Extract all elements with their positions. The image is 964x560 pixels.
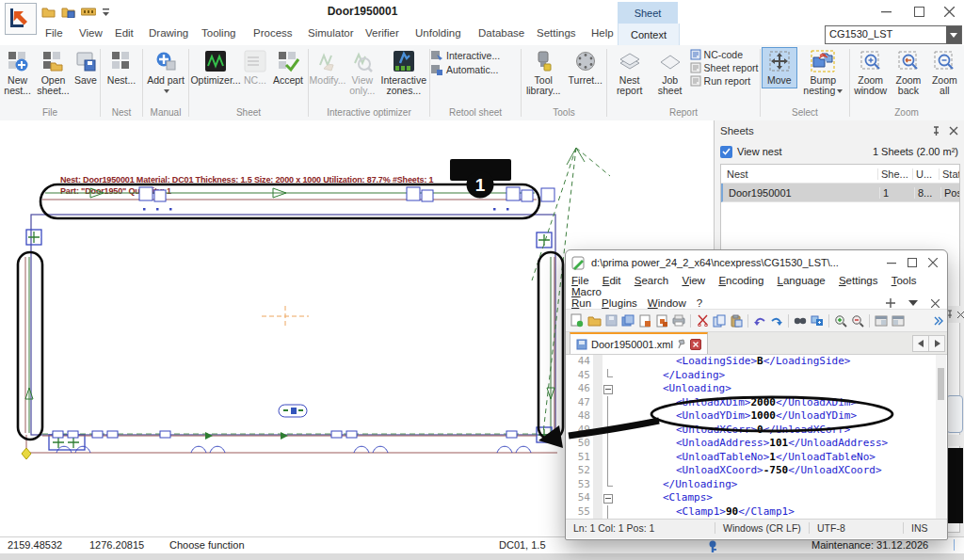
new-nest-button[interactable]: New nest... bbox=[1, 47, 34, 99]
zoom-window-button[interactable]: Zoom window bbox=[851, 47, 890, 99]
doc-switcher-icon[interactable] bbox=[874, 313, 889, 328]
notepad-window[interactable]: d:\prima power_24_2_x64\ncexpress\CG1530… bbox=[565, 249, 948, 540]
menu-window[interactable]: Window bbox=[648, 297, 686, 309]
tab-verifier[interactable]: Verifier bbox=[365, 27, 399, 39]
new-tab-plus-icon[interactable] bbox=[886, 298, 895, 308]
maximize-icon[interactable] bbox=[908, 258, 917, 267]
accept-button[interactable]: Accept bbox=[269, 47, 307, 88]
tab-help[interactable]: Help bbox=[591, 27, 614, 39]
menu-macro[interactable]: Macro bbox=[571, 286, 602, 297]
nest-report-button[interactable]: Nest report bbox=[609, 47, 651, 99]
run-report-button[interactable]: Run report bbox=[690, 75, 759, 87]
tab-file[interactable]: File bbox=[45, 27, 63, 39]
menu-search[interactable]: Search bbox=[635, 275, 668, 286]
print-icon[interactable] bbox=[671, 313, 686, 328]
redo-icon[interactable] bbox=[769, 313, 784, 328]
menu-tools[interactable]: Tools bbox=[892, 275, 917, 286]
minimize-button[interactable] bbox=[876, 4, 896, 20]
tab-close-icon[interactable] bbox=[690, 339, 701, 350]
table-row[interactable]: Door1950001 1 8... Postpro bbox=[721, 184, 959, 202]
minimize-icon[interactable] bbox=[887, 258, 896, 267]
tool-library-button[interactable]: Tool library... bbox=[522, 47, 564, 99]
tab-drawing[interactable]: Drawing bbox=[149, 27, 188, 39]
col-status[interactable]: Status bbox=[939, 168, 959, 180]
tab-database[interactable]: Database bbox=[478, 27, 524, 39]
app-logo-icon[interactable] bbox=[5, 3, 37, 35]
add-part-button[interactable]: Add part bbox=[144, 47, 187, 99]
menu-view[interactable]: View bbox=[682, 275, 705, 286]
tab-edit[interactable]: Edit bbox=[115, 27, 134, 39]
bump-nesting-button[interactable]: Bump nesting bbox=[798, 47, 848, 99]
view-nest-checkbox[interactable] bbox=[720, 146, 732, 158]
open-icon[interactable] bbox=[41, 6, 56, 18]
close-button[interactable] bbox=[939, 4, 959, 20]
optimizer-button[interactable]: Optimizer... bbox=[190, 47, 241, 88]
retool-automatic-button[interactable]: Automatic... bbox=[431, 63, 520, 75]
toolbar-overflow-chevron-icon[interactable] bbox=[934, 316, 943, 326]
menu-language[interactable]: Language bbox=[778, 275, 826, 286]
tab-list-caret-icon[interactable] bbox=[908, 299, 918, 307]
tab-settings[interactable]: Settings bbox=[537, 27, 576, 39]
zoom-back-button[interactable]: Zoom back bbox=[891, 47, 925, 99]
open-file-icon[interactable] bbox=[586, 313, 602, 328]
cut-icon[interactable] bbox=[695, 313, 710, 328]
tab-pin-icon[interactable] bbox=[677, 339, 686, 349]
combobox-dropdown-button[interactable] bbox=[946, 26, 961, 43]
fold-collapse-icon[interactable] bbox=[603, 494, 613, 504]
save-button[interactable]: Save bbox=[72, 47, 99, 88]
sheet-report-button[interactable]: Sheet report bbox=[690, 62, 759, 73]
scroll-tabs-right-button[interactable] bbox=[928, 336, 944, 351]
close-panel-icon[interactable] bbox=[949, 126, 958, 136]
col-nest[interactable]: Nest bbox=[721, 168, 877, 180]
retool-interactive-button[interactable]: Interactive... bbox=[431, 49, 520, 61]
menu-file[interactable]: File bbox=[571, 275, 589, 286]
tab-context[interactable]: Context bbox=[618, 24, 680, 45]
editor-scrollbar[interactable] bbox=[936, 355, 946, 519]
zoom-all-button[interactable]: Zoom all bbox=[927, 47, 962, 99]
move-button[interactable]: Move bbox=[762, 47, 797, 88]
menu-help[interactable]: ? bbox=[697, 297, 702, 309]
menu-encoding[interactable]: Encoding bbox=[718, 275, 763, 286]
machine-selector-combobox[interactable]: CG1530_LST bbox=[825, 25, 962, 44]
save-all-icon[interactable] bbox=[620, 313, 635, 328]
close-tab-icon[interactable] bbox=[931, 299, 940, 308]
measure-icon[interactable] bbox=[81, 8, 96, 16]
nc-code-report-button[interactable]: NC-code bbox=[690, 49, 759, 60]
interactive-zones-button[interactable]: Interactive zones... bbox=[379, 47, 428, 99]
close-panel-icon[interactable] bbox=[957, 312, 964, 318]
copy-icon[interactable] bbox=[712, 313, 727, 328]
fold-collapse-icon[interactable] bbox=[603, 385, 613, 394]
open-sheet-button[interactable]: Open sheet... bbox=[35, 47, 71, 99]
undo-icon[interactable] bbox=[752, 313, 767, 328]
menu-plugins[interactable]: Plugins bbox=[602, 297, 637, 309]
zoom-in-icon[interactable] bbox=[833, 313, 848, 328]
new-file-icon[interactable] bbox=[570, 313, 585, 328]
notepad-title-bar[interactable]: d:\prima power_24_2_x64\ncexpress\CG1530… bbox=[566, 250, 947, 275]
tab-process[interactable]: Process bbox=[253, 27, 293, 39]
doc-map-icon[interactable] bbox=[891, 313, 906, 328]
col-sheets[interactable]: She... bbox=[877, 168, 912, 180]
close-icon[interactable] bbox=[928, 258, 938, 267]
close-all-icon[interactable] bbox=[654, 313, 669, 328]
customize-qat-caret-icon[interactable] bbox=[102, 8, 110, 17]
scrollbar-thumb[interactable] bbox=[938, 368, 944, 400]
menu-edit[interactable]: Edit bbox=[602, 275, 621, 286]
col-utilization[interactable]: U... bbox=[912, 168, 939, 180]
turret-button[interactable]: Turret... bbox=[565, 47, 605, 88]
close-file-icon[interactable] bbox=[637, 313, 652, 328]
job-sheet-button[interactable]: Job sheet bbox=[651, 47, 689, 99]
find-icon[interactable] bbox=[793, 313, 808, 328]
maximize-button[interactable] bbox=[908, 4, 929, 20]
pin-icon[interactable] bbox=[931, 126, 941, 136]
menu-run[interactable]: Run bbox=[571, 297, 591, 309]
tab-view[interactable]: View bbox=[79, 27, 103, 39]
document-tab[interactable]: Door1950001.xml bbox=[570, 332, 708, 354]
tab-unfolding[interactable]: Unfolding bbox=[415, 27, 461, 39]
xml-editor[interactable]: 44<LoadingSide>B</LoadingSide> 45</Loadi… bbox=[566, 355, 947, 519]
save-icon[interactable] bbox=[61, 6, 75, 18]
nest-button[interactable]: Nest... bbox=[102, 47, 141, 88]
hidden-panel-button-fragment[interactable] bbox=[946, 395, 963, 433]
paste-icon[interactable] bbox=[729, 313, 744, 328]
replace-icon[interactable] bbox=[810, 313, 825, 328]
zoom-out-icon[interactable] bbox=[850, 313, 865, 328]
